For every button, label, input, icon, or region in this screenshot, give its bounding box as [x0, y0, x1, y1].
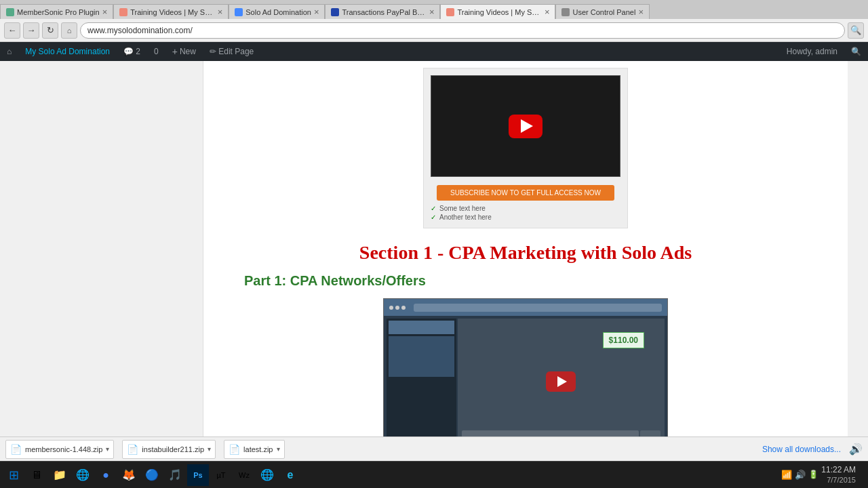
- nav-bar: ← → ↻ ⌂ www.mysolodomination.com/ 🔍: [0, 19, 868, 42]
- download-icon-1: 📄: [127, 444, 138, 455]
- search-button[interactable]: 🔍: [848, 22, 864, 39]
- wp-new-button[interactable]: + New: [165, 42, 203, 61]
- download-item-2[interactable]: 📄 latest.zip ▾: [224, 440, 284, 459]
- taskbar-ie-e-icon[interactable]: e: [279, 464, 301, 486]
- play-triangle-icon: [521, 119, 533, 133]
- taskbar-media-icon[interactable]: 🎵: [164, 464, 186, 486]
- tray-network-icon: 📶: [781, 470, 792, 480]
- top-play-button[interactable]: [509, 115, 542, 138]
- main-play-button[interactable]: [546, 371, 576, 392]
- content-area: SUBSCRIBE NOW TO GET FULL ACCESS NOW ✓ S…: [0, 61, 868, 436]
- tray-battery-icon: 🔋: [808, 470, 818, 479]
- home-button[interactable]: ⌂: [61, 22, 77, 39]
- taskbar-skype-icon[interactable]: 🔵: [141, 464, 163, 486]
- taskbar-firefox-icon[interactable]: 🦊: [118, 464, 140, 486]
- clock: 11:22 AM 7/7/2015: [821, 465, 856, 485]
- taskbar-utorrent-icon[interactable]: µT: [210, 464, 232, 486]
- tab-solo-ad[interactable]: Solo Ad Domination ×: [229, 4, 325, 19]
- main-video-thumbnail[interactable]: $110.00: [383, 298, 668, 436]
- taskbar: ⊞ 🖥 📁 🌐 ● 🦊 🔵 🎵 Ps µT Wz 🌐 e 📶 🔊 🔋 11:22…: [0, 461, 868, 488]
- refresh-button[interactable]: ↻: [42, 22, 58, 39]
- taskbar-winzip-icon[interactable]: Wz: [233, 464, 255, 486]
- speaker-icon: 🔊: [849, 443, 863, 455]
- tab-close-1[interactable]: ×: [218, 7, 223, 16]
- tab-user-control[interactable]: User Control Panel ×: [555, 4, 650, 19]
- tab-membersonic[interactable]: MemberSonic Pro Plugin ×: [0, 4, 113, 19]
- orange-cta-button[interactable]: SUBSCRIBE NOW TO GET FULL ACCESS NOW: [437, 185, 614, 201]
- tab-paypal[interactable]: Transactions PayPal Busi... ×: [325, 4, 440, 19]
- windows-logo-icon: ⊞: [9, 468, 19, 483]
- section-heading: Section 1 - CPA Marketing with Solo Ads: [244, 242, 807, 264]
- show-all-downloads[interactable]: Show all downloads...: [762, 445, 841, 454]
- wp-notifications-item[interactable]: 0: [147, 42, 165, 61]
- download-item-0[interactable]: 📄 membersonic-1.448.zip ▾: [5, 440, 114, 459]
- browser-window: MemberSonic Pro Plugin × Training Videos…: [0, 0, 868, 488]
- top-video-area: SUBSCRIBE NOW TO GET FULL ACCESS NOW ✓ S…: [244, 68, 807, 228]
- system-tray: 📶 🔊 🔋 11:22 AM 7/7/2015: [781, 465, 865, 485]
- page-content-wrapper: SUBSCRIBE NOW TO GET FULL ACCESS NOW ✓ S…: [203, 61, 848, 436]
- money-badge: $110.00: [603, 332, 644, 348]
- taskbar-chrome-icon[interactable]: ●: [95, 464, 117, 486]
- tab-close-2[interactable]: ×: [314, 7, 319, 16]
- taskbar-explorer-icon[interactable]: 🖥: [26, 464, 47, 486]
- main-content[interactable]: SUBSCRIBE NOW TO GET FULL ACCESS NOW ✓ S…: [203, 61, 848, 436]
- wp-site-item[interactable]: My Solo Ad Domination: [18, 42, 117, 61]
- back-button[interactable]: ←: [4, 22, 20, 39]
- tab-close-3[interactable]: ×: [429, 7, 435, 16]
- tab-bar: MemberSonic Pro Plugin × Training Videos…: [0, 0, 868, 19]
- taskbar-photoshop-icon[interactable]: Ps: [187, 464, 209, 486]
- taskbar-ie-icon[interactable]: 🌐: [256, 464, 278, 486]
- wp-admin-bar: ⌂ My Solo Ad Domination 💬 2 0 + New ✏ Ed…: [0, 42, 868, 61]
- download-bar: 📄 membersonic-1.448.zip ▾ 📄 instabuilder…: [0, 436, 868, 461]
- tab-close-5[interactable]: ×: [638, 7, 644, 16]
- taskbar-folder-icon[interactable]: 📁: [49, 464, 71, 486]
- tab-training-active[interactable]: Training Videos | My Solo... ×: [440, 4, 555, 19]
- address-bar[interactable]: www.mysolodomination.com/: [80, 22, 845, 39]
- wp-home-item[interactable]: ⌂: [0, 42, 18, 61]
- wp-comments-item[interactable]: 💬 2: [117, 42, 147, 61]
- sidebar-right: [848, 61, 868, 436]
- taskbar-left: ⊞ 🖥 📁 🌐 ● 🦊 🔵 🎵 Ps µT Wz 🌐 e: [3, 464, 301, 486]
- new-label: New: [180, 47, 196, 56]
- wp-search-icon[interactable]: 🔍: [844, 42, 868, 61]
- top-video-thumb[interactable]: [431, 75, 620, 177]
- start-button[interactable]: ⊞: [3, 464, 24, 486]
- taskbar-browser-icon[interactable]: 🌐: [72, 464, 94, 486]
- tab-training-1[interactable]: Training Videos | My Solo... ×: [113, 4, 229, 19]
- wp-edit-page[interactable]: ✏ Edit Page: [203, 42, 260, 61]
- forward-button[interactable]: →: [23, 22, 39, 39]
- tab-close-4[interactable]: ×: [545, 7, 550, 16]
- tray-volume-icon[interactable]: 🔊: [795, 470, 806, 480]
- wp-user-howdy[interactable]: Howdy, admin: [780, 42, 844, 61]
- download-icon-0: 📄: [10, 444, 22, 455]
- sidebar-left: [0, 61, 203, 436]
- download-item-1[interactable]: 📄 instabuilder211.zip ▾: [122, 440, 216, 459]
- part1-heading: Part 1: CPA Networks/Offers: [244, 273, 807, 289]
- tab-close-0[interactable]: ×: [102, 7, 108, 16]
- download-icon-2: 📄: [229, 444, 240, 455]
